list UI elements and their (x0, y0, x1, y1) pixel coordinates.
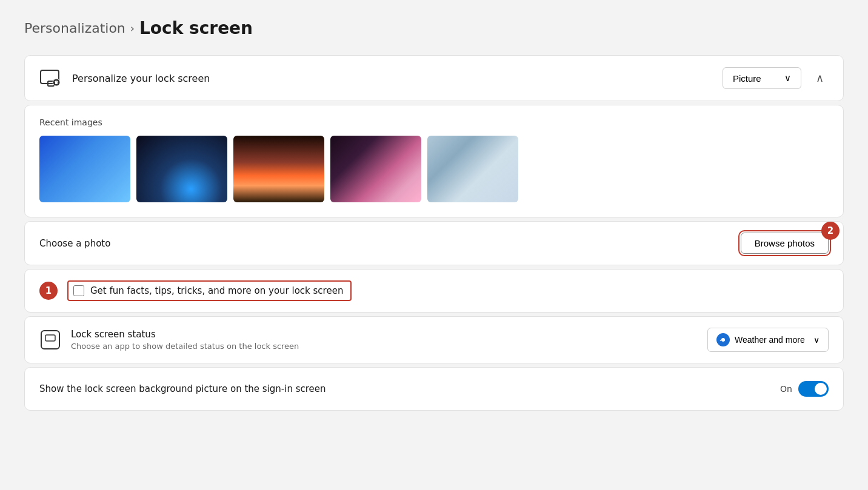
header-title: Personalize your lock screen (72, 73, 713, 84)
svg-rect-5 (45, 335, 55, 341)
image-thumb-3[interactable] (233, 136, 324, 202)
recent-images-section: Recent images (25, 105, 843, 217)
page-container: Personalization › Lock screen Personaliz… (0, 0, 868, 432)
fun-facts-checkbox[interactable] (73, 285, 84, 296)
svg-rect-4 (41, 331, 59, 349)
picture-type-dropdown[interactable]: Picture ∨ (723, 67, 801, 89)
lock-screen-icon (39, 67, 62, 90)
recent-images-label: Recent images (39, 118, 829, 127)
breadcrumb-parent[interactable]: Personalization (24, 21, 125, 36)
toggle-area: On (780, 381, 829, 397)
lock-status-icon (39, 329, 61, 351)
lock-status-title: Lock screen status (71, 329, 698, 340)
choose-photo-label: Choose a photo (39, 238, 110, 249)
image-thumb-2[interactable] (136, 136, 227, 202)
fun-facts-checkbox-label[interactable]: Get fun facts, tips, tricks, and more on… (67, 280, 352, 301)
signin-card: Show the lock screen background picture … (24, 367, 844, 411)
personalize-header-row: Personalize your lock screen Picture ∨ ∧ (25, 56, 843, 101)
breadcrumb-current: Lock screen (139, 18, 253, 38)
lock-status-card: Lock screen status Choose an app to show… (24, 316, 844, 363)
status-dropdown-inner: Weather and more (716, 333, 805, 346)
signin-label: Show the lock screen background picture … (39, 383, 326, 394)
image-thumb-4[interactable] (330, 136, 421, 202)
browse-area: 2 Browse photos (741, 233, 829, 254)
dropdown-value: Picture (733, 73, 761, 84)
personalize-header-card: Personalize your lock screen Picture ∨ ∧ (24, 55, 844, 101)
images-grid (39, 136, 829, 202)
image-thumb-5[interactable] (427, 136, 518, 202)
lock-status-text: Lock screen status Choose an app to show… (71, 329, 698, 351)
lock-status-row: Lock screen status Choose an app to show… (25, 317, 843, 363)
svg-rect-3 (55, 82, 58, 84)
fun-facts-row: 1 Get fun facts, tips, tricks, and more … (25, 270, 843, 312)
choose-photo-row: Choose a photo 2 Browse photos (25, 222, 843, 265)
toggle-knob (815, 383, 827, 395)
status-chevron-icon: ∨ (813, 335, 820, 345)
collapse-button[interactable]: ∧ (811, 69, 829, 87)
breadcrumb: Personalization › Lock screen (24, 18, 844, 38)
status-dropdown-value: Weather and more (735, 335, 805, 345)
lock-status-description: Choose an app to show detailed status on… (71, 342, 698, 351)
fun-facts-text: Get fun facts, tips, tricks, and more on… (90, 285, 343, 296)
chevron-down-icon: ∨ (784, 73, 791, 84)
annotation-badge-2: 2 (821, 222, 840, 240)
browse-photos-button[interactable]: Browse photos (741, 233, 829, 254)
choose-photo-card: Choose a photo 2 Browse photos (24, 221, 844, 265)
weather-app-icon (716, 333, 730, 346)
recent-images-card: Recent images (24, 105, 844, 217)
breadcrumb-separator: › (130, 22, 135, 35)
annotation-badge-1: 1 (39, 282, 58, 300)
image-thumb-1[interactable] (39, 136, 130, 202)
lock-status-dropdown[interactable]: Weather and more ∨ (707, 328, 829, 352)
signin-row: Show the lock screen background picture … (25, 368, 843, 410)
fun-facts-card: 1 Get fun facts, tips, tricks, and more … (24, 269, 844, 313)
toggle-on-label: On (780, 384, 792, 394)
signin-toggle[interactable] (798, 381, 829, 397)
